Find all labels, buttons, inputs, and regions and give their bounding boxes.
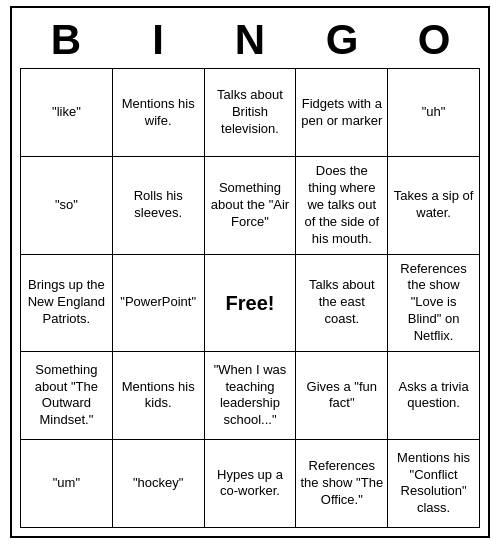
bingo-cell: Something about "The Outward Mindset." xyxy=(21,352,113,440)
bingo-cell: Fidgets with a pen or marker xyxy=(296,69,388,157)
title-letter: I xyxy=(114,16,202,64)
bingo-cell: Takes a sip of water. xyxy=(388,157,480,254)
cell-text: Talks about British television. xyxy=(209,87,292,138)
bingo-cell: References the show "The Office." xyxy=(296,440,388,528)
cell-text: Asks a trivia question. xyxy=(392,379,475,413)
bingo-cell: Free! xyxy=(205,255,297,352)
title-letter: B xyxy=(22,16,110,64)
cell-text: "um" xyxy=(53,475,80,492)
bingo-cell: "um" xyxy=(21,440,113,528)
cell-text: Hypes up a co-worker. xyxy=(209,467,292,501)
cell-text: Takes a sip of water. xyxy=(392,188,475,222)
bingo-cell: Does the thing where we talks out of the… xyxy=(296,157,388,254)
bingo-card: BINGO "like"Mentions his wife.Talks abou… xyxy=(10,6,490,538)
cell-text: Gives a "fun fact" xyxy=(300,379,383,413)
bingo-cell: References the show "Love is Blind" on N… xyxy=(388,255,480,352)
cell-text: Talks about the east coast. xyxy=(300,277,383,328)
bingo-cell: Talks about the east coast. xyxy=(296,255,388,352)
bingo-cell: Mentions his "Conflict Resolution" class… xyxy=(388,440,480,528)
cell-text: "PowerPoint" xyxy=(120,294,196,311)
bingo-cell: Brings up the New England Patriots. xyxy=(21,255,113,352)
bingo-cell: "uh" xyxy=(388,69,480,157)
title-letter: G xyxy=(298,16,386,64)
bingo-cell: Asks a trivia question. xyxy=(388,352,480,440)
cell-text: "When I was teaching leadership school..… xyxy=(209,362,292,430)
cell-text: "like" xyxy=(52,104,81,121)
cell-text: "uh" xyxy=(422,104,446,121)
title-letter: O xyxy=(390,16,478,64)
cell-text: Mentions his wife. xyxy=(117,96,200,130)
cell-text: Rolls his sleeves. xyxy=(117,188,200,222)
bingo-cell: "so" xyxy=(21,157,113,254)
cell-text: Does the thing where we talks out of the… xyxy=(300,163,383,247)
bingo-cell: Talks about British television. xyxy=(205,69,297,157)
bingo-cell: Gives a "fun fact" xyxy=(296,352,388,440)
bingo-cell: "hockey" xyxy=(113,440,205,528)
cell-text: Something about "The Outward Mindset." xyxy=(25,362,108,430)
cell-text: Fidgets with a pen or marker xyxy=(300,96,383,130)
bingo-cell: "like" xyxy=(21,69,113,157)
bingo-cell: Rolls his sleeves. xyxy=(113,157,205,254)
title-letter: N xyxy=(206,16,294,64)
bingo-cell: Mentions his kids. xyxy=(113,352,205,440)
bingo-cell: Something about the "Air Force" xyxy=(205,157,297,254)
cell-text: Something about the "Air Force" xyxy=(209,180,292,231)
bingo-cell: Hypes up a co-worker. xyxy=(205,440,297,528)
cell-text: Mentions his "Conflict Resolution" class… xyxy=(392,450,475,518)
cell-text: Free! xyxy=(226,290,275,316)
cell-text: Mentions his kids. xyxy=(117,379,200,413)
cell-text: "so" xyxy=(55,197,78,214)
cell-text: Brings up the New England Patriots. xyxy=(25,277,108,328)
cell-text: References the show "The Office." xyxy=(300,458,383,509)
bingo-cell: "When I was teaching leadership school..… xyxy=(205,352,297,440)
bingo-cell: "PowerPoint" xyxy=(113,255,205,352)
cell-text: References the show "Love is Blind" on N… xyxy=(392,261,475,345)
bingo-grid: "like"Mentions his wife.Talks about Brit… xyxy=(20,68,480,528)
bingo-title: BINGO xyxy=(20,16,480,64)
bingo-cell: Mentions his wife. xyxy=(113,69,205,157)
cell-text: "hockey" xyxy=(133,475,183,492)
